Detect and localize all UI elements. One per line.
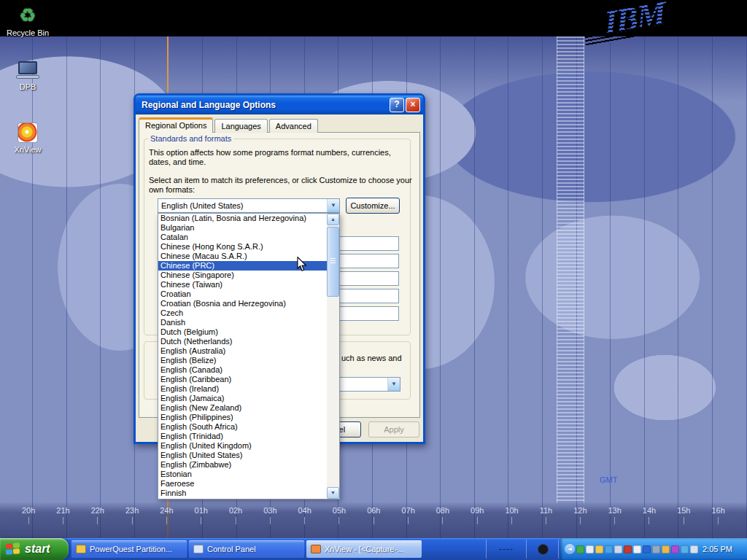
format-list-item[interactable]: English (Zimbabwe) <box>158 460 327 470</box>
scroll-up-arrow-icon[interactable]: ▲ <box>327 214 339 225</box>
tray-icon[interactable] <box>586 545 594 553</box>
help-button[interactable]: ? <box>390 98 404 112</box>
customize-button[interactable]: Customize... <box>346 198 400 214</box>
taskbar-clock[interactable]: 2:05 PM <box>703 545 732 553</box>
tray-icon[interactable] <box>624 545 632 553</box>
task-label: XnView - [<Capture-... <box>325 545 403 553</box>
laptop-icon <box>16 61 39 80</box>
tray-icon[interactable] <box>681 545 689 553</box>
tray-icon[interactable] <box>690 545 698 553</box>
format-list-item[interactable]: English (South Africa) <box>158 422 327 432</box>
timezone-label: 20h <box>22 506 35 538</box>
tray-icon[interactable] <box>652 545 660 553</box>
format-list-item[interactable]: Chinese (Hong Kong S.A.R.) <box>158 242 327 252</box>
regional-and-language-options-dialog: Regional and Language Options ? × Region… <box>133 93 425 444</box>
format-list-item[interactable]: Finnish <box>158 489 327 498</box>
close-button[interactable]: × <box>406 98 420 112</box>
desktop-icon-dpb[interactable]: DPB <box>0 61 55 91</box>
tray-icon[interactable] <box>576 545 584 553</box>
apply-button[interactable]: Apply <box>368 421 419 438</box>
timezone-label: 10h <box>505 506 518 538</box>
format-list-item[interactable]: English (Caribbean) <box>158 375 327 384</box>
format-list-item[interactable]: English (United Kingdom) <box>158 441 327 451</box>
combo-dropdown-arrow-icon[interactable]: ▼ <box>327 199 339 212</box>
tray-icon[interactable] <box>595 545 603 553</box>
timezone-label: 12h <box>573 506 587 538</box>
format-list-item[interactable]: English (Belize) <box>158 356 327 365</box>
tab-advanced[interactable]: Advanced <box>269 119 318 133</box>
format-list-item[interactable]: Dutch (Belgium) <box>158 327 327 337</box>
laptop-screen <box>18 61 37 74</box>
format-dropdown-list[interactable]: Bosnian (Latin, Bosnia and Herzegovina)B… <box>158 213 340 499</box>
format-list-item[interactable]: Faeroese <box>158 479 327 489</box>
dialog-titlebar[interactable]: Regional and Language Options ? × <box>136 96 423 114</box>
taskbar-task-button[interactable]: Control Panel <box>189 540 304 558</box>
gmt-label: GMT <box>600 475 617 484</box>
tray-icon[interactable] <box>633 545 641 553</box>
taskbar-task-button[interactable]: XnView - [<Capture-... <box>306 540 422 558</box>
format-list-item[interactable]: Estonian <box>158 470 327 479</box>
format-list-item[interactable]: Croatian <box>158 289 327 299</box>
format-list-item[interactable]: Danish <box>158 318 327 327</box>
start-label: start <box>25 542 50 556</box>
format-list-item[interactable]: English (Trinidad) <box>158 432 327 441</box>
system-tray: ◄ 2:05 PM <box>560 538 747 560</box>
format-list-item[interactable]: Dutch (Netherlands) <box>158 337 327 346</box>
tray-icon[interactable] <box>643 545 651 553</box>
scrollbar-thumb[interactable] <box>327 227 339 297</box>
format-combobox[interactable]: English (United States) ▼ <box>158 198 340 213</box>
tray-icon[interactable] <box>614 545 622 553</box>
taskbar-task-button[interactable]: PowerQuest Partition... <box>71 540 187 558</box>
standards-group-label: Standards and formats <box>148 134 233 143</box>
format-list-item[interactable]: English (Australia) <box>158 346 327 356</box>
taskbar-tool-icon[interactable] <box>538 544 549 555</box>
format-list-item[interactable]: Chinese (Taiwan) <box>158 280 327 289</box>
format-list-item[interactable]: Bulgarian <box>158 223 327 233</box>
tray-icon[interactable] <box>671 545 679 553</box>
format-list-item[interactable]: English (Canada) <box>158 365 327 375</box>
desktop-icon-recycle-bin[interactable]: ♻ Recycle Bin <box>0 4 55 37</box>
timezone-label: 06h <box>367 506 380 538</box>
mouse-cursor <box>296 257 308 273</box>
format-list-item[interactable]: Bosnian (Latin, Bosnia and Herzegovina) <box>158 214 327 223</box>
format-list-item[interactable]: Croatian (Bosnia and Herzegovina) <box>158 299 327 308</box>
control-panel-icon <box>193 545 204 553</box>
timezone-label: 05h <box>333 506 346 538</box>
format-list-item[interactable]: English (New Zealand) <box>158 403 327 413</box>
deskband[interactable]: ---- <box>486 540 527 559</box>
timezone-scale: 20h21h22h23h24h01h02h03h04h05h06h07h08h0… <box>0 502 747 538</box>
tray-icon[interactable] <box>605 545 613 553</box>
start-button[interactable]: start <box>0 538 69 560</box>
hide-icons-chevron-icon[interactable]: ◄ <box>565 544 575 554</box>
desktop-icon-label: XnView <box>0 145 55 154</box>
timezone-label: 23h <box>125 506 139 538</box>
format-list-item[interactable]: English (Jamaica) <box>158 394 327 403</box>
location-text-fragment: uch as news and <box>341 354 402 362</box>
format-list-item[interactable]: Czech <box>158 308 327 318</box>
format-list-item[interactable]: English (Philippines) <box>158 413 327 422</box>
windows-flag-icon <box>6 542 20 556</box>
tab-regional-options[interactable]: Regional Options <box>139 117 213 133</box>
timezone-label: 08h <box>436 506 449 538</box>
timezone-label: 01h <box>195 506 208 538</box>
list-scrollbar[interactable]: ▲ ▼ <box>327 214 339 499</box>
dialog-body: Regional Options Languages Advanced Stan… <box>136 114 423 442</box>
tab-strip: Regional Options Languages Advanced <box>139 118 320 133</box>
format-list-item[interactable]: English (United States) <box>158 451 327 460</box>
tray-icon[interactable] <box>662 545 670 553</box>
taskbar-tool-area[interactable] <box>528 540 559 559</box>
task-label: Control Panel <box>207 545 256 553</box>
timezone-label: 21h <box>56 506 69 538</box>
timezone-label: 15h <box>677 506 690 538</box>
xnview-icon <box>18 122 38 143</box>
tab-languages[interactable]: Languages <box>214 119 267 133</box>
format-list-item[interactable]: English (Ireland) <box>158 384 327 394</box>
timezone-label: 07h <box>401 506 414 538</box>
format-list-item[interactable]: Catalan <box>158 233 327 242</box>
laptop-base <box>16 75 39 79</box>
dialog-title: Regional and Language Options <box>142 100 388 110</box>
folder-icon <box>76 545 86 553</box>
combo-dropdown-arrow-icon[interactable]: ▼ <box>387 378 400 391</box>
desktop-icon-xnview[interactable]: XnView <box>0 122 55 154</box>
scroll-down-arrow-icon[interactable]: ▼ <box>327 487 339 499</box>
